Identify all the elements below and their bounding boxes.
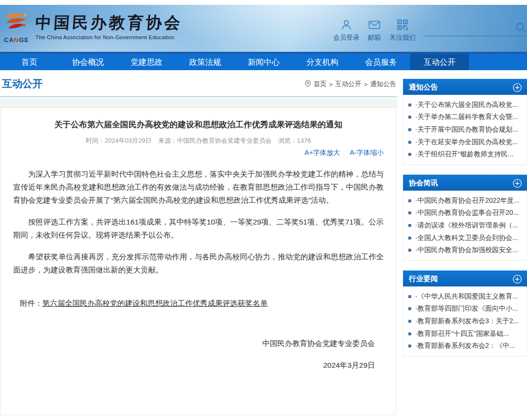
panel-notices-header: 通知公告 — [403, 79, 527, 95]
nav-item-interaction[interactable]: 互动公开 — [410, 54, 469, 70]
square-bullet-icon — [408, 104, 411, 106]
follow-us-link[interactable]: 关注我们 — [389, 18, 416, 42]
site-logo[interactable]: CANGE 中国民办教育协会 The China Association for… — [4, 13, 183, 44]
list-item[interactable]: ·中国民办教育协会加强校园安全... — [408, 244, 527, 256]
panel-notices-list: ·关于公布第六届全国民办高校党... ·关于举办第二届科学教育大会暨... ·关… — [403, 95, 527, 165]
list-item[interactable]: ·《中华人民共和国爱国主义教育... — [408, 290, 527, 303]
list-item[interactable]: ·关于开展中国民办教育协会规划... — [408, 123, 527, 136]
breadcrumb-notices: 通知公告 — [370, 80, 396, 89]
list-item[interactable]: ·教育部等四部门印发《面向中小... — [408, 303, 527, 315]
list-item[interactable]: ·教育部召开“十四五”国家基础... — [408, 328, 527, 340]
panel-industry-news-list: ·《中华人民共和国爱国主义教育... ·教育部等四部门印发《面向中小... ·教… — [403, 286, 527, 357]
nav-item-policies[interactable]: 政策法规 — [176, 54, 234, 70]
square-bullet-icon — [408, 332, 411, 335]
qrcode-icon — [396, 18, 409, 31]
breadcrumb-interaction[interactable]: 互动公开 — [335, 80, 361, 89]
sidebar: 通知公告 ·关于公布第六届全国民办高校党... ·关于举办第二届科学教育大会暨.… — [403, 79, 527, 366]
panel-association-news-header: 协会简讯 — [403, 175, 527, 191]
meta-views-label: 浏览： — [278, 137, 297, 144]
meta-time-label: 时间： — [86, 137, 105, 144]
article-body: 为深入学习贯彻习近平新时代中国特色社会主义思想，落实中央关于加强民办学校党建工作… — [13, 167, 384, 276]
plus-circle-icon[interactable] — [512, 273, 522, 289]
logo-mark: CANGE — [4, 13, 29, 44]
list-item[interactable]: ·请勿误读《校外培训管理条例（... — [408, 219, 527, 232]
square-bullet-icon — [408, 307, 411, 310]
square-bullet-icon — [408, 320, 411, 323]
panel-industry-news: 行业要闻 ·《中华人民共和国爱国主义教育... ·教育部等四部门印发《面向中小.… — [403, 270, 527, 357]
mail-icon — [368, 18, 381, 31]
section-bar: 互动公开 首页 > 互动公开 > 通知公告 — [0, 70, 397, 97]
breadcrumb: 首页 > 互动公开 > 通知公告 — [305, 80, 396, 89]
header-quick-links: 会员登录 邮箱 — [333, 18, 416, 42]
panel-title: 通知公告 — [409, 83, 438, 91]
breadcrumb-home[interactable]: 首页 — [313, 80, 326, 89]
square-bullet-icon — [408, 141, 411, 144]
quick-link-label: 关注我们 — [389, 33, 416, 42]
article-date: 2024年3月29日 — [13, 360, 384, 371]
panel-title: 协会简讯 — [409, 179, 438, 187]
meta-source-label: 来源： — [158, 137, 177, 144]
mailbox-link[interactable]: 邮箱 — [368, 18, 381, 42]
section-underband — [0, 98, 397, 107]
list-item[interactable]: ·关于组织召开“银龄教师支持民... — [408, 148, 527, 161]
site-subtitle: The China Association for Non-Government… — [35, 34, 183, 40]
list-item[interactable]: ·全国人大教科文卫委员会到协会... — [408, 232, 527, 244]
main-nav: 首页 协会概况 党建思政 政策法规 新闻中心 分支机构 会员服务 互动公开 — [0, 52, 527, 70]
plus-circle-icon[interactable] — [512, 178, 522, 194]
square-bullet-icon — [408, 224, 411, 227]
article: 关于公布第六届全国民办高校党的建设和思想政治工作优秀成果评选结果的通知 时间：2… — [0, 107, 396, 415]
meta-source-value: 中国民办教育协会党建专业委员会 — [177, 137, 271, 144]
page-title: 互动公开 — [2, 77, 43, 90]
meta-time-value: 2024年03月29日 — [105, 137, 152, 144]
square-bullet-icon — [408, 211, 411, 214]
page: CANGE 中国民办教育协会 The China Association for… — [0, 0, 527, 420]
list-item[interactable]: ·教育部新春系列发布会2：《中... — [408, 340, 527, 352]
list-item[interactable]: ·关于公布第六届全国民办高校党... — [408, 99, 527, 111]
panel-association-news: 协会简讯 ·中国民办教育协会召开2022年度... ·中国民办教育协会监事会召开… — [403, 175, 527, 261]
square-bullet-icon — [408, 128, 411, 131]
panel-title: 行业要闻 — [409, 274, 438, 283]
header-divider — [424, 36, 527, 36]
search-icon[interactable] — [514, 21, 527, 36]
attachment-row: 附件：第六届全国民办高校党的建设和思想政治工作优秀成果评选获奖名单 — [13, 299, 384, 309]
location-pin-icon — [305, 80, 311, 89]
member-login-link[interactable]: 会员登录 — [333, 18, 359, 42]
article-title: 关于公布第六届全国民办高校党的建设和思想政治工作优秀成果评选结果的通知 — [13, 120, 384, 130]
list-item[interactable]: ·关于举办第二届科学教育大会暨... — [408, 111, 527, 124]
breadcrumb-separator: > — [364, 81, 368, 88]
breadcrumb-separator: > — [329, 81, 333, 88]
square-bullet-icon — [408, 237, 411, 240]
square-bullet-icon — [408, 345, 411, 347]
site-title: 中国民办教育协会 — [35, 13, 184, 33]
nav-item-news[interactable]: 新闻中心 — [234, 54, 293, 70]
square-bullet-icon — [408, 199, 411, 202]
panel-notices: 通知公告 ·关于公布第六届全国民办高校党... ·关于举办第二届科学教育大会暨.… — [403, 79, 527, 165]
meta-views-value: 1376 — [297, 137, 311, 144]
panel-association-news-list: ·中国民办教育协会召开2022年度... ·中国民办教育协会监事会召开20...… — [403, 191, 527, 261]
article-signature: 中国民办教育协会党建专业委员会 — [13, 339, 384, 349]
plus-circle-icon[interactable] — [512, 82, 522, 98]
attachment-label: 附件： — [20, 299, 43, 307]
logo-swoosh-icon — [4, 13, 29, 36]
list-item[interactable]: ·教育部新春系列发布会3：关于2... — [408, 315, 527, 328]
list-item[interactable]: ·关于在延安举办全国民办高校党... — [408, 136, 527, 149]
font-decrease-button[interactable]: A-字体缩小 — [350, 149, 384, 156]
nav-item-branches[interactable]: 分支机构 — [293, 54, 352, 70]
list-item[interactable]: ·中国民办教育协会监事会召开20... — [408, 207, 527, 220]
square-bullet-icon — [408, 295, 411, 298]
article-paragraph: 按照评选工作方案，共评选出161项成果，其中特等奖10项、一等奖29项、二等奖5… — [13, 215, 384, 241]
list-item[interactable]: ·中国民办教育协会召开2022年度... — [408, 195, 527, 207]
user-icon — [340, 18, 353, 31]
quick-link-label: 会员登录 — [333, 33, 359, 42]
nav-item-member-services[interactable]: 会员服务 — [352, 54, 410, 70]
site-header: CANGE 中国民办教育协会 The China Association for… — [0, 5, 527, 52]
nav-item-about[interactable]: 协会概况 — [59, 54, 117, 70]
nav-item-home[interactable]: 首页 — [0, 54, 59, 70]
font-increase-button[interactable]: A+字体放大 — [305, 149, 341, 156]
nav-item-party-building[interactable]: 党建思政 — [117, 54, 176, 70]
font-controls: A+字体放大 A-字体缩小 — [13, 149, 384, 157]
square-bullet-icon — [408, 116, 411, 119]
article-paragraph: 希望获奖单位再接再厉，充分发挥示范带动作用，与各民办高校同心协力，推动党的建设和… — [13, 250, 384, 276]
quick-link-label: 邮箱 — [368, 33, 381, 42]
attachment-link[interactable]: 第六届全国民办高校党的建设和思想政治工作优秀成果评选获奖名单 — [43, 299, 268, 307]
